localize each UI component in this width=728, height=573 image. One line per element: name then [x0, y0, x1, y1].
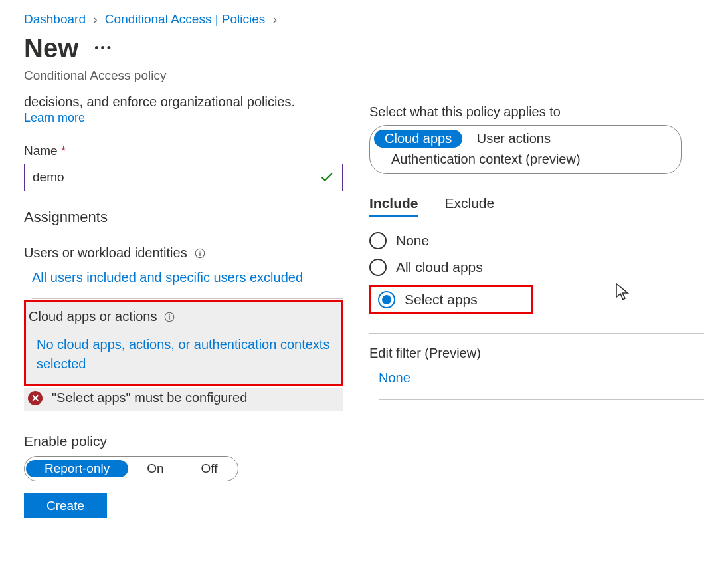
radio-icon [369, 259, 387, 276]
radio-none-label: None [396, 233, 429, 249]
radio-none[interactable]: None [369, 232, 704, 249]
pill-user-actions[interactable]: User actions [466, 130, 561, 148]
radio-select-apps[interactable]: Select apps [378, 291, 478, 308]
learn-more-link[interactable]: Learn more [24, 111, 85, 124]
validation-error: ✕ "Select apps" must be configured [24, 388, 343, 411]
breadcrumb: Dashboard › Conditional Access | Policie… [0, 0, 728, 27]
info-icon[interactable] [194, 247, 206, 259]
toggle-off[interactable]: Off [183, 460, 236, 477]
svg-point-4 [169, 314, 171, 315]
more-actions-button[interactable]: ••• [94, 41, 113, 55]
chevron-right-icon: › [273, 12, 277, 26]
pill-cloud-apps[interactable]: Cloud apps [374, 130, 462, 148]
svg-rect-5 [169, 316, 171, 319]
include-exclude-tabs: Include Exclude [369, 195, 704, 217]
name-input[interactable] [33, 170, 319, 185]
radio-icon [369, 232, 387, 249]
breadcrumb-dashboard[interactable]: Dashboard [24, 12, 86, 26]
cloud-apps-value[interactable]: No cloud apps, actions, or authenticatio… [37, 335, 335, 374]
assignments-heading: Assignments [24, 209, 343, 233]
divider [369, 333, 704, 334]
error-text: "Select apps" must be configured [52, 390, 247, 405]
tab-exclude[interactable]: Exclude [445, 195, 495, 217]
name-input-wrapper [24, 164, 343, 191]
error-icon: ✕ [28, 391, 43, 405]
radio-all-label: All cloud apps [396, 259, 483, 275]
enable-policy-label: Enable policy [24, 433, 704, 449]
pill-auth-context[interactable]: Authentication context (preview) [381, 150, 591, 168]
users-label: Users or workload identities [24, 245, 187, 261]
radio-all-cloud-apps[interactable]: All cloud apps [369, 259, 704, 276]
cloud-apps-section-highlighted: Cloud apps or actions No cloud apps, act… [24, 300, 343, 386]
toggle-report-only[interactable]: Report-only [26, 460, 128, 477]
toggle-on[interactable]: On [128, 460, 182, 477]
radio-select-apps-highlighted: Select apps [369, 285, 533, 314]
info-icon[interactable] [163, 311, 175, 323]
radio-select-label: Select apps [405, 292, 478, 308]
create-button[interactable]: Create [24, 493, 107, 518]
svg-point-1 [199, 250, 201, 251]
policy-description: decisions, and enforce organizational po… [24, 92, 343, 111]
edit-filter-label: Edit filter (Preview) [369, 346, 704, 361]
page-title: New [24, 33, 78, 63]
checkmark-icon [319, 170, 334, 185]
users-field[interactable]: Users or workload identities [24, 245, 343, 261]
cloud-apps-field[interactable]: Cloud apps or actions [29, 309, 335, 324]
chevron-right-icon: › [93, 12, 97, 26]
breadcrumb-conditional-access[interactable]: Conditional Access | Policies [105, 12, 266, 26]
users-value-link[interactable]: All users included and specific users ex… [32, 270, 343, 299]
applies-to-selector: Cloud apps User actions Authentication c… [369, 125, 682, 174]
svg-rect-2 [199, 252, 201, 255]
page-subtitle: Conditional Access policy [24, 68, 704, 83]
radio-icon [378, 291, 395, 308]
tab-include[interactable]: Include [369, 195, 418, 217]
enable-policy-toggle: Report-only On Off [24, 456, 238, 481]
applies-to-label: Select what this policy applies to [369, 104, 704, 120]
cloud-apps-label: Cloud apps or actions [29, 309, 157, 324]
edit-filter-value[interactable]: None [379, 370, 704, 400]
name-label: Name [24, 144, 58, 158]
required-asterisk: * [61, 144, 66, 158]
